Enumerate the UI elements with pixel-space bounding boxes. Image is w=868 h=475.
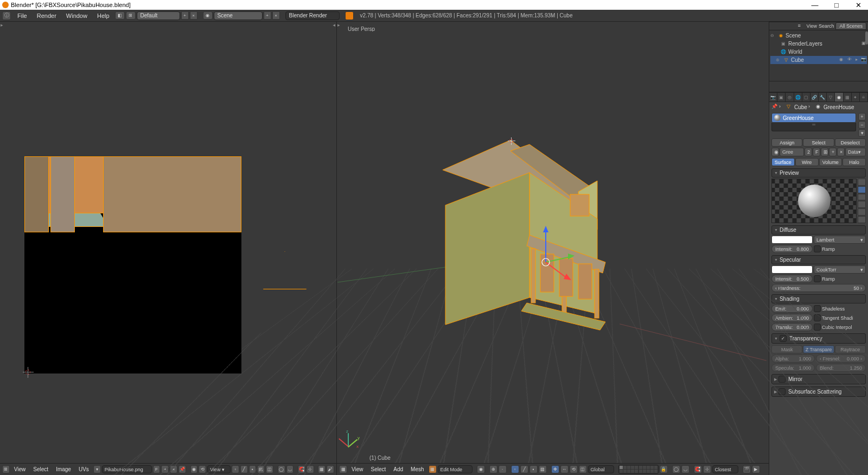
render-border-button[interactable]: 🎬 <box>743 465 751 473</box>
slot-menu-button[interactable]: ▾ <box>858 129 866 137</box>
tab-volume[interactable]: Volume <box>819 158 843 166</box>
screen-layout-select[interactable]: Default <box>137 11 180 20</box>
slot-add-button[interactable]: + <box>858 113 866 121</box>
tab-material[interactable]: ◉ <box>835 93 843 102</box>
tool-shelf-toggle[interactable]: ▸ <box>1 22 3 28</box>
fake-user-button[interactable]: F <box>813 148 820 156</box>
blend-field[interactable]: Blend:1.250 <box>816 364 866 372</box>
v3d-menu-view[interactable]: View <box>348 465 367 473</box>
tree-renderlayers[interactable]: ▣ RenderLayers ▣ <box>770 40 867 48</box>
prop-edit-button[interactable]: ◯ <box>672 465 680 473</box>
snap-element-button[interactable]: ⊹ <box>703 465 711 473</box>
menu-render[interactable]: Render <box>33 11 61 20</box>
preview-cube[interactable] <box>858 194 866 201</box>
unlink-button[interactable]: × <box>837 148 845 156</box>
scene-browse-button[interactable]: ◉ <box>203 11 213 20</box>
layers-widget[interactable] <box>618 465 659 474</box>
vert-select-mode[interactable]: ▫ <box>511 465 519 473</box>
menu-window[interactable]: Window <box>62 11 92 20</box>
maximize-button[interactable]: □ <box>829 1 844 9</box>
pin-icon[interactable]: 📌 <box>771 104 778 110</box>
preview-hair[interactable] <box>858 208 866 216</box>
uv-menu-select[interactable]: Select <box>30 465 52 473</box>
tab-texture[interactable]: ▦ <box>844 93 852 102</box>
properties-shelf-toggle[interactable]: ▸ <box>333 22 335 28</box>
menu-file[interactable]: File <box>13 11 31 20</box>
breadcrumb-material[interactable]: GreenHouse <box>824 104 854 110</box>
select-button[interactable]: Select <box>803 138 834 147</box>
manip-scale[interactable]: ◫ <box>579 465 587 473</box>
new-material-button[interactable]: + <box>829 148 837 156</box>
mode-select[interactable]: Edit Mode <box>438 465 473 473</box>
specular-shader-select[interactable]: CookTorr▾ <box>814 265 866 274</box>
v3d-menu-select[interactable]: Select <box>368 465 390 473</box>
tree-world[interactable]: 🌐 World <box>770 48 867 56</box>
uv-menu-view[interactable]: View <box>11 465 29 473</box>
tab-renderlayers[interactable]: ▣ <box>777 93 786 102</box>
tab-scene[interactable]: ◎ <box>786 93 794 102</box>
v3d-menu-add[interactable]: Add <box>390 465 406 473</box>
render-engine-select[interactable]: Blender Render <box>285 11 340 20</box>
editor-type-icon[interactable]: ⓘ <box>2 11 11 20</box>
v3d-menu-mesh[interactable]: Mesh <box>407 465 427 473</box>
fresnel-field[interactable]: ‹ Fresnel:0.000 › <box>816 354 866 363</box>
material-name-field[interactable]: Gree <box>780 148 804 156</box>
outliner-menu-view[interactable]: View <box>807 23 817 29</box>
section-diffuse[interactable]: Diffuse <box>771 225 866 235</box>
slot-remove-button[interactable]: − <box>858 121 866 129</box>
editor-type-icon[interactable]: ⊞ <box>2 465 10 473</box>
outliner-tree[interactable]: ⊖ ◉ Scene ▣ RenderLayers ▣ 🌐 World ⊕ ▽ C… <box>769 30 868 81</box>
tab-render[interactable]: 📷 <box>769 93 777 102</box>
tab-world[interactable]: 🌐 <box>794 93 802 102</box>
tree-scene[interactable]: ⊖ ◉ Scene <box>770 31 867 40</box>
preview-sphere[interactable] <box>858 186 866 193</box>
limit-visible-button[interactable]: ▨ <box>539 465 547 473</box>
diffuse-color-swatch[interactable] <box>771 236 813 244</box>
screen-del-button[interactable]: × <box>190 11 197 20</box>
trans-raytrace[interactable]: Raytrace <box>835 345 866 353</box>
alpha-field[interactable]: Alpha:1.000 <box>771 354 815 363</box>
tool-shelf-toggle-3d[interactable]: ▸ <box>337 22 340 28</box>
tab-physics[interactable]: ⚛ <box>860 93 868 102</box>
visible-icon[interactable]: 👁 <box>846 57 853 64</box>
outliner-menu-search[interactable]: Search <box>819 23 834 29</box>
selectable-icon[interactable]: ▸ <box>853 57 860 64</box>
tab-object[interactable]: ▢ <box>802 93 810 102</box>
scene-del-button[interactable]: × <box>272 11 280 20</box>
transform-orientation[interactable]: Global <box>588 465 614 473</box>
spec-alpha-field[interactable]: Specula:1.000 <box>771 364 815 372</box>
menu-help[interactable]: Help <box>93 11 114 20</box>
tab-particles[interactable]: ✦ <box>852 93 860 102</box>
breadcrumb-object[interactable]: Cube <box>794 104 807 110</box>
manip-translate[interactable]: ↔ <box>560 465 569 473</box>
node-toggle-button[interactable]: ⊞ <box>821 148 828 156</box>
material-browse-button[interactable]: ◉ <box>771 148 779 156</box>
pivot-button[interactable]: ⊕ <box>489 465 497 473</box>
minimize-button[interactable]: — <box>807 1 822 9</box>
renderable-icon[interactable]: 📷 <box>860 57 867 64</box>
editor-type-icon[interactable]: ▦ <box>339 465 347 473</box>
prop-falloff-button[interactable]: ◡ <box>681 465 690 473</box>
snap-target[interactable]: Closest <box>712 465 738 473</box>
section-specular[interactable]: Specular <box>771 255 866 264</box>
tab-wire[interactable]: Wire <box>795 158 819 166</box>
scene-add-button[interactable]: + <box>264 11 271 20</box>
trans-ztrans[interactable]: Z Transpare <box>803 345 834 353</box>
diffuse-ramp-checkbox[interactable] <box>814 245 821 252</box>
viewport-shading-button[interactable]: ◉ <box>477 465 485 473</box>
expand-icon[interactable]: ⊕ <box>776 58 781 62</box>
manip-rotate[interactable]: ⟲ <box>570 465 578 473</box>
uv-menu-image[interactable]: Image <box>53 465 74 473</box>
pivot-lock-button[interactable]: · <box>499 465 507 473</box>
scene-select[interactable]: Scene <box>214 11 263 20</box>
preview-flat[interactable] <box>858 179 866 186</box>
outliner-scrollbar[interactable] <box>865 31 868 45</box>
diffuse-shader-select[interactable]: Lambert▾ <box>814 236 866 244</box>
specular-ramp-checkbox[interactable] <box>814 275 821 282</box>
material-slot[interactable]: GreenHouse <box>771 113 856 123</box>
tree-cube[interactable]: ⊕ ▽ Cube ◉ 👁 ▸ 📷 <box>770 56 867 64</box>
viewport-canvas[interactable]: z y x <box>337 31 769 463</box>
manipulator-toggle[interactable]: ✥ <box>551 465 559 473</box>
tab-surface[interactable]: Surface <box>771 158 795 166</box>
specular-color-swatch[interactable] <box>771 265 813 274</box>
